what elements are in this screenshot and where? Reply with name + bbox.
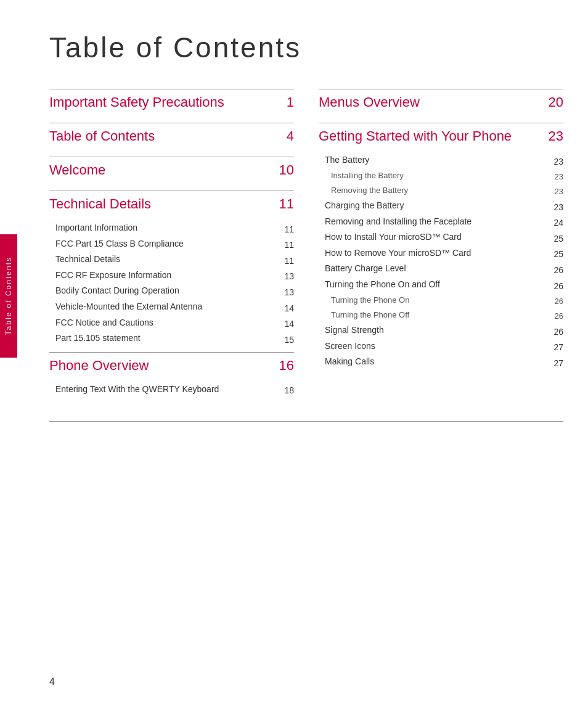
toc-entry-major: Phone Overview16 [49,358,294,379]
entry-title: Technical Details [55,253,284,266]
section-divider [319,89,563,89]
entry-page: 11 [284,256,294,266]
entry-title: Turning the Phone Off [331,310,555,321]
section-divider [49,191,294,191]
section-divider [319,123,563,123]
section-getting-started: Getting Started with Your Phone23The Bat… [319,123,563,368]
left-column: Important Safety Precautions1Table of Co… [49,89,294,403]
entry-page: 26 [553,281,563,291]
toc-entry-sub: Removing the Battery23 [319,185,563,196]
entry-page: 23 [553,157,563,166]
entry-title: Welcome [49,162,279,178]
toc-entry-major: Technical Details11 [49,196,294,217]
entry-page: 20 [549,94,563,110]
toc-entry-sub: Installing the Battery23 [319,170,563,181]
entry-title: Entering Text With the QWERTY Keyboard [55,384,284,396]
toc-entry-sub: Entering Text With the QWERTY Keyboard18 [49,384,294,396]
toc-entry-sub: FCC Part 15 Class B Compliance11 [49,238,294,250]
entry-title: Getting Started with Your Phone [319,128,549,144]
entry-title: How to Install Your microSD™ Card [325,231,553,244]
entry-page: 27 [553,342,563,352]
section-technical-details: Technical Details11Important Information… [49,191,294,345]
entry-page: 1 [287,94,294,110]
entry-page: 26 [555,311,563,321]
toc-entry-sub: FCC Notice and Cautions14 [49,317,294,329]
section-welcome: Welcome10 [49,157,294,183]
section-important-safety: Important Safety Precautions1 [49,89,294,115]
toc-entry-sub: The Battery23 [319,154,563,166]
entry-title: Turning the Phone On and Off [325,279,553,291]
page-container: Table of Contents Table of Contents Impo… [0,0,588,706]
entry-page: 13 [284,271,294,281]
entry-page: 26 [553,327,563,337]
entry-title: Vehicle-Mounted the External Antenna [55,301,284,313]
sidebar-label: Table of Contents [4,257,13,335]
toc-entry-sub: Making Calls27 [319,356,563,368]
toc-entry-sub: Removing and Installing the Faceplate24 [319,216,563,228]
entry-page: 11 [279,196,294,212]
toc-entry-major: Table of Contents4 [49,128,294,149]
entry-page: 23 [553,202,563,212]
toc-entry-major: Getting Started with Your Phone23 [319,128,563,149]
toc-entry-major: Menus Overview20 [319,94,563,115]
section-divider [49,123,294,123]
right-column: Menus Overview20Getting Started with You… [319,89,563,403]
entry-title: Menus Overview [319,94,549,110]
entry-page: 11 [284,240,294,250]
toc-entry-sub: Battery Charge Level26 [319,263,563,275]
entry-page: 23 [555,187,563,196]
entry-title: FCC Notice and Cautions [55,317,284,329]
section-divider [49,157,294,157]
entry-page: 11 [284,224,294,234]
main-content: Table of Contents Important Safety Preca… [49,31,563,403]
toc-entry-sub: How to Remove Your microSD™ Card25 [319,247,563,260]
section-phone-overview: Phone Overview16Entering Text With the Q… [49,352,294,396]
entry-page: 23 [555,172,563,181]
entry-title: FCC RF Exposure Information [55,269,284,282]
entry-title: Removing and Installing the Faceplate [325,216,553,228]
entry-title: How to Remove Your microSD™ Card [325,247,553,260]
toc-entry-sub: Turning the Phone On26 [319,295,563,306]
entry-page: 14 [284,303,294,313]
bottom-divider [49,421,563,422]
toc-entry-sub: Signal Strength26 [319,324,563,337]
entry-title: FCC Part 15 Class B Compliance [55,238,284,250]
section-divider [49,352,294,353]
toc-entry-sub: Important Information11 [49,222,294,234]
section-divider [49,89,294,89]
toc-entry-sub: Vehicle-Mounted the External Antenna14 [49,301,294,313]
entry-page: 14 [284,319,294,329]
page-number: 4 [49,676,55,688]
entry-page: 13 [284,287,294,297]
section-table-of-contents: Table of Contents4 [49,123,294,149]
entry-title: Turning the Phone On [331,295,555,306]
entry-page: 23 [549,128,563,144]
entry-title: Phone Overview [49,358,279,374]
toc-entry-sub: Bodily Contact During Operation13 [49,285,294,297]
toc-columns: Important Safety Precautions1Table of Co… [49,89,563,403]
entry-title: Technical Details [49,196,279,212]
entry-page: 27 [553,358,563,368]
toc-entry-sub: Turning the Phone On and Off26 [319,279,563,291]
entry-title: Battery Charge Level [325,263,553,275]
sidebar-tab: Table of Contents [0,234,17,358]
entry-page: 26 [555,297,563,306]
toc-entry-sub: Technical Details11 [49,253,294,266]
entry-title: Table of Contents [49,128,287,144]
entry-title: Signal Strength [325,324,553,337]
entry-page: 18 [284,385,294,395]
entry-page: 26 [553,265,563,275]
entry-title: Removing the Battery [331,185,555,196]
toc-entry-sub: Charging the Battery23 [319,200,563,212]
entry-page: 24 [553,218,563,228]
toc-entry-major: Welcome10 [49,162,294,183]
entry-title: Charging the Battery [325,200,553,212]
toc-entry-sub: Turning the Phone Off26 [319,310,563,321]
entry-title: The Battery [325,154,553,166]
entry-title: Part 15.105 statement [55,332,284,345]
toc-entry-major: Important Safety Precautions1 [49,94,294,115]
toc-entry-sub: FCC RF Exposure Information13 [49,269,294,282]
entry-title: Installing the Battery [331,170,555,181]
toc-entry-sub: Screen Icons27 [319,340,563,353]
entry-title: Bodily Contact During Operation [55,285,284,297]
